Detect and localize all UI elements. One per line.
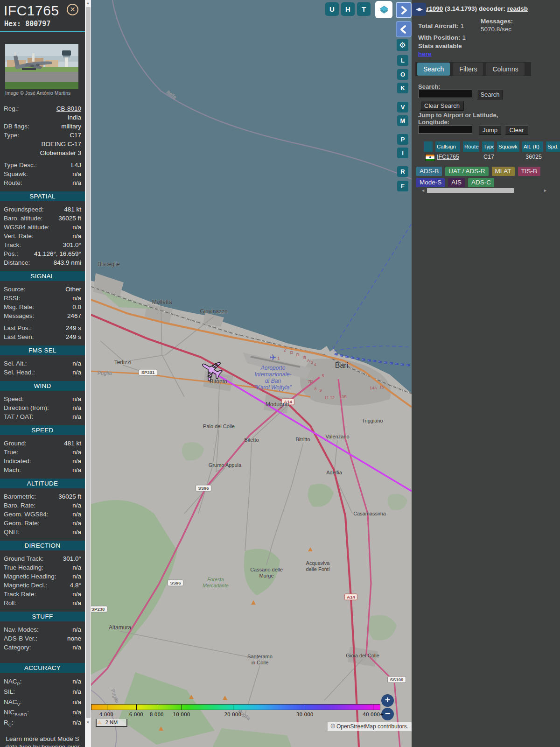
source-badges-row2: Mode-SAISADS-C — [416, 178, 494, 187]
map-button-o[interactable]: O — [397, 69, 408, 80]
readsb-link[interactable]: readsb — [507, 5, 528, 12]
layers-button[interactable] — [375, 1, 392, 18]
jump-clear-button[interactable]: Clear — [505, 125, 528, 135]
cell-spd — [546, 153, 560, 162]
search-button[interactable]: Search — [477, 90, 503, 99]
map-button-v[interactable]: V — [397, 102, 408, 113]
clear-search-button[interactable]: Clear Search — [420, 101, 464, 111]
registration-link[interactable]: CB-8010 — [56, 104, 81, 113]
map-button-t[interactable]: T — [357, 2, 371, 16]
zoom-in-button[interactable]: + — [381, 694, 394, 707]
data-row: Pos.:41.126°, 16.659° — [0, 249, 85, 258]
data-row: NACV:n/a — [0, 697, 85, 707]
jump-button[interactable]: Jump — [479, 125, 501, 135]
data-row: Geom. WGS84:n/a — [0, 510, 85, 519]
tab-search[interactable]: Search — [417, 63, 450, 76]
map-button-l[interactable]: L — [397, 55, 408, 66]
map-label: D — [296, 352, 300, 357]
scroll-left-icon[interactable]: ◄ — [421, 188, 425, 193]
cell-squawk — [497, 153, 519, 162]
road-ref-badge: A14 — [347, 594, 355, 599]
map-button-h[interactable]: H — [341, 2, 355, 16]
column-header[interactable]: Squawk — [497, 141, 519, 152]
source-badge-mlat: MLAT — [492, 167, 515, 176]
map-button-m[interactable]: M — [397, 115, 408, 126]
flag-cell — [424, 153, 433, 162]
source-badges-row1: ADS-BUAT / ADS-RMLATTIS-B — [416, 167, 540, 176]
source-badge-uat-ads-r: UAT / ADS-R — [445, 167, 488, 176]
sidebar-scrollbar[interactable]: ▲ ▼ — [85, 0, 91, 747]
close-icon[interactable]: ✕ — [67, 4, 78, 15]
panel-toggle-button[interactable]: ◀▶ — [412, 3, 426, 16]
map-viewport[interactable]: SP231SS96SS96SP238A14A14SS100 BisceglieM… — [91, 0, 412, 747]
aircraft-table: CallsignRouteTypeSquawkAlt. (ft)Spd.IFC1… — [424, 141, 560, 162]
map-button-i[interactable]: I — [397, 148, 408, 158]
map-label: 1 — [277, 356, 280, 360]
with-position-stat: With Position: 1 — [418, 34, 466, 41]
map-button-p[interactable]: P — [397, 134, 408, 145]
column-header[interactable]: Route — [463, 141, 479, 152]
column-header[interactable]: Spd. — [546, 141, 560, 152]
map-label: B — [303, 355, 306, 360]
data-row: Magnetic Heading:n/a — [0, 572, 85, 581]
data-row: Msg. Rate:0.0 — [0, 303, 85, 311]
hscrollbar-thumb[interactable] — [427, 188, 514, 193]
tab-columns[interactable]: Columns — [486, 63, 524, 76]
map-button-k[interactable]: K — [397, 83, 408, 93]
map-label: A — [307, 358, 310, 363]
section-header-signal: SIGNAL — [0, 271, 85, 281]
column-header[interactable] — [424, 141, 433, 152]
data-value: n/a — [72, 448, 81, 457]
column-header[interactable]: Alt. (ft) — [522, 141, 543, 152]
total-aircraft-stat: Total Aircraft: 1 — [418, 22, 464, 29]
aircraft-data-sections: SPATIALGroundspeed:481 ktBaro. altitude:… — [0, 191, 85, 728]
jump-input[interactable] — [418, 125, 472, 134]
map-label: Adelfia — [326, 470, 343, 475]
map-label: Casamassima — [353, 511, 386, 516]
map-label: Murge — [259, 573, 273, 578]
column-header[interactable]: Callsign — [435, 141, 460, 152]
map-attribution[interactable]: © OpenStreetMap contributors. — [328, 722, 412, 731]
search-input[interactable] — [418, 90, 472, 98]
map-label: D — [290, 350, 294, 355]
tab-filters[interactable]: Filters — [453, 63, 483, 76]
column-header[interactable]: Type — [482, 141, 494, 152]
cell-callsign[interactable]: IFC1765 — [435, 153, 460, 162]
panel-expand-button[interactable] — [396, 2, 412, 18]
map-label: Triggiano — [362, 418, 383, 423]
table-horizontal-scrollbar[interactable]: ◄ ► — [421, 188, 550, 193]
data-row: Source:Other — [0, 285, 85, 294]
altitude-tick-label: 4 000 — [99, 712, 113, 717]
scroll-right-icon[interactable]: ► — [543, 188, 547, 193]
panel-tabs: SearchFiltersColumns — [415, 62, 531, 76]
data-row: True Heading:n/a — [0, 563, 85, 572]
map-canvas[interactable]: SP231SS96SS96SP238A14A14SS100 BisceglieM… — [91, 0, 412, 747]
section-header-direction: DIRECTION — [0, 541, 85, 550]
data-value: n/a — [72, 528, 81, 536]
scroll-up-icon[interactable]: ▲ — [85, 0, 91, 7]
info-row: DB flags:military — [0, 122, 85, 131]
cell-route — [463, 153, 479, 162]
data-row: Ground Track:301.0° — [0, 554, 85, 563]
panel-collapse-button[interactable] — [396, 21, 412, 37]
scroll-down-icon[interactable]: ▼ — [85, 719, 91, 726]
search-label: Search: — [418, 83, 441, 90]
map-button-r[interactable]: R — [397, 166, 408, 177]
aircraft-photo[interactable] — [5, 44, 78, 89]
data-row: Last Pos.:249 s — [0, 324, 85, 332]
map-button-f[interactable]: F — [397, 181, 408, 191]
data-row: Baro. altitude:36025 ft — [0, 214, 85, 223]
map-label: Valenzano — [325, 434, 349, 439]
data-value: n/a — [72, 457, 81, 465]
layers-icon — [378, 4, 390, 15]
data-row: RC:n/a — [0, 718, 85, 728]
map-label: di Bari — [265, 378, 281, 384]
settings-gear-button[interactable]: ⚙ — [397, 39, 408, 51]
stats-here-link: here — [418, 50, 432, 57]
map-label: "Karol Wojtyla" — [254, 384, 292, 391]
map-label: Aeroporto — [260, 365, 286, 371]
scrollbar-thumb[interactable] — [86, 7, 91, 718]
section-header-stuff: STUFF — [0, 612, 85, 621]
map-button-u[interactable]: U — [325, 2, 339, 16]
data-value: n/a — [72, 359, 81, 368]
